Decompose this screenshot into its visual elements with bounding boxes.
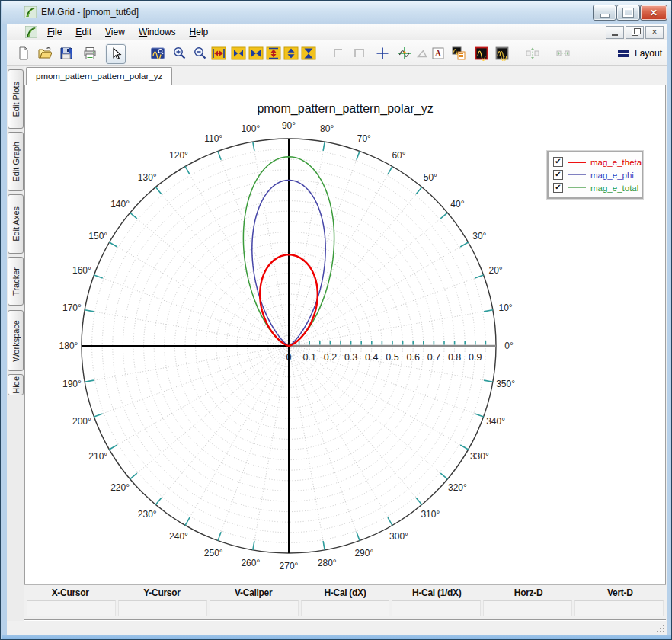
readout-header-h-cal-1-dx-: H-Cal (1/dX) xyxy=(391,587,482,598)
sidebar-button-edit-plots[interactable]: Edit Plots xyxy=(8,69,24,129)
sidebar-button-label: Workspace xyxy=(11,320,21,362)
svg-text:10°: 10° xyxy=(499,302,513,313)
fit-y-icon[interactable] xyxy=(299,44,318,62)
legend-checkbox-mag_e_total[interactable]: ✔ xyxy=(553,183,563,193)
window-title: EM.Grid - [pmom_tut6d] xyxy=(41,7,139,18)
open-file-icon[interactable] xyxy=(36,44,54,62)
plot-window-icon[interactable] xyxy=(472,44,491,62)
sidebar-button-label: Hide xyxy=(11,376,21,394)
sidebar: Edit PlotsEdit GraphEdit AxesTrackerWork… xyxy=(7,66,24,621)
svg-text:0.6: 0.6 xyxy=(407,352,420,363)
zoom-out-icon[interactable] xyxy=(191,44,210,62)
legend-swatch-mag_e_theta xyxy=(568,162,586,163)
save-icon[interactable] xyxy=(57,44,75,62)
svg-text:190°: 190° xyxy=(62,379,82,389)
svg-text:0.8: 0.8 xyxy=(448,352,461,363)
svg-text:0.3: 0.3 xyxy=(344,352,357,363)
sidebar-button-tracker[interactable]: Tracker xyxy=(8,257,24,306)
readout-header-h-cal-dx-: H-Cal (dX) xyxy=(299,587,391,598)
svg-text:0°: 0° xyxy=(504,341,514,351)
layout-icon[interactable]: Layout xyxy=(616,44,662,62)
expand-x-icon[interactable] xyxy=(210,44,228,62)
svg-text:170°: 170° xyxy=(62,302,82,313)
minimize-button[interactable] xyxy=(593,5,616,21)
svg-text:0.4: 0.4 xyxy=(365,352,378,363)
corner-select-icon xyxy=(330,44,348,62)
readout-header-v-caliper: V-Caliper xyxy=(208,587,299,598)
svg-text:120°: 120° xyxy=(169,150,188,161)
legend-label-mag_e_total: mag_e_total xyxy=(590,184,638,193)
shrink-x-icon[interactable] xyxy=(229,44,248,62)
sidebar-button-label: Edit Axes xyxy=(11,206,21,242)
legend-label-mag_e_theta: mag_e_theta xyxy=(590,158,642,167)
svg-text:220°: 220° xyxy=(110,482,130,493)
menu-edit[interactable]: Edit xyxy=(69,24,98,40)
svg-text:150°: 150° xyxy=(88,231,107,242)
readout-value-cell xyxy=(210,600,299,616)
client-area: Edit PlotsEdit GraphEdit AxesTrackerWork… xyxy=(7,66,667,621)
content-area: pmom_pattern_pattern_polar_yz 0°10°20°30… xyxy=(24,66,667,621)
svg-text:270°: 270° xyxy=(280,561,299,571)
tile-horizontal-icon xyxy=(554,44,572,62)
legend-checkbox-mag_e_phi[interactable]: ✔ xyxy=(553,170,563,180)
pointer-select-icon[interactable] xyxy=(106,44,126,64)
readout-header-x-cursor: X-Cursor xyxy=(24,587,116,598)
svg-text:0.7: 0.7 xyxy=(427,352,440,363)
svg-text:180°: 180° xyxy=(59,341,78,351)
svg-text:0: 0 xyxy=(286,352,292,363)
legend-swatch-mag_e_total xyxy=(568,187,586,188)
maximize-button[interactable] xyxy=(616,5,640,21)
svg-text:290°: 290° xyxy=(354,548,373,558)
plot-legend-icon[interactable] xyxy=(450,44,468,62)
mdi-minimize-button[interactable] xyxy=(606,26,624,39)
sidebar-button-edit-axes[interactable]: Edit Axes xyxy=(8,194,24,254)
svg-text:140°: 140° xyxy=(110,199,130,210)
sidebar-button-edit-graph[interactable]: Edit Graph xyxy=(8,132,24,191)
mdi-close-button[interactable]: ✕ xyxy=(645,26,664,39)
menu-windows[interactable]: Windows xyxy=(132,24,183,40)
mdi-restore-button[interactable] xyxy=(626,26,644,39)
readout-value-cell xyxy=(483,600,572,616)
sidebar-button-workspace[interactable]: Workspace xyxy=(8,310,24,371)
new-file-icon[interactable] xyxy=(14,44,33,62)
mdi-window-controls: ✕ xyxy=(606,26,664,39)
legend-checkbox-mag_e_theta[interactable]: ✔ xyxy=(553,157,563,167)
shrink-y-icon[interactable] xyxy=(282,44,300,62)
fit-x-icon[interactable] xyxy=(247,44,265,62)
document-icon[interactable] xyxy=(25,26,37,38)
readout-value-cell xyxy=(301,600,390,616)
plot-title: pmom_pattern_pattern_polar_yz xyxy=(25,102,665,116)
readout-cells xyxy=(24,600,666,616)
svg-text:350°: 350° xyxy=(496,379,515,389)
svg-text:240°: 240° xyxy=(169,531,188,542)
box-select-icon xyxy=(350,44,369,62)
svg-text:100°: 100° xyxy=(241,123,260,134)
sidebar-button-hide[interactable]: Hide xyxy=(8,374,24,395)
svg-text:80°: 80° xyxy=(320,123,334,134)
zoom-region-icon[interactable] xyxy=(149,44,167,62)
menu-help[interactable]: Help xyxy=(183,24,216,40)
svg-text:330°: 330° xyxy=(470,451,489,462)
svg-text:310°: 310° xyxy=(421,509,440,520)
menu-file[interactable]: File xyxy=(40,24,69,40)
svg-text:210°: 210° xyxy=(88,451,107,462)
crosshair-icon[interactable] xyxy=(373,44,392,62)
sidebar-button-label: Edit Graph xyxy=(11,142,21,182)
text-annotation-icon[interactable]: A xyxy=(429,44,447,62)
svg-text:0.1: 0.1 xyxy=(303,352,316,363)
title-bar[interactable]: EM.Grid - [pmom_tut6d] ✕ xyxy=(2,1,672,24)
plot-overlay-icon[interactable] xyxy=(493,44,511,62)
svg-text:230°: 230° xyxy=(138,509,157,520)
zoom-in-icon[interactable] xyxy=(171,44,189,62)
readout-header-horz-d: Horz-D xyxy=(482,587,574,598)
tracker-icon[interactable] xyxy=(395,44,414,62)
menu-bar: FileEditViewWindowsHelp ✕ xyxy=(7,24,667,40)
menu-view[interactable]: View xyxy=(98,24,132,40)
close-button[interactable]: ✕ xyxy=(640,5,667,21)
toolbar: ALayout xyxy=(7,40,667,66)
print-icon[interactable] xyxy=(81,44,99,62)
expand-y-icon[interactable] xyxy=(264,44,283,62)
tab-pmom_pattern_pattern_polar_yz[interactable]: pmom_pattern_pattern_polar_yz xyxy=(26,67,172,85)
resize-grip[interactable] xyxy=(656,624,666,634)
plot-panel: 0°10°20°30°40°50°60°70°80°90°100°110°120… xyxy=(24,85,666,584)
